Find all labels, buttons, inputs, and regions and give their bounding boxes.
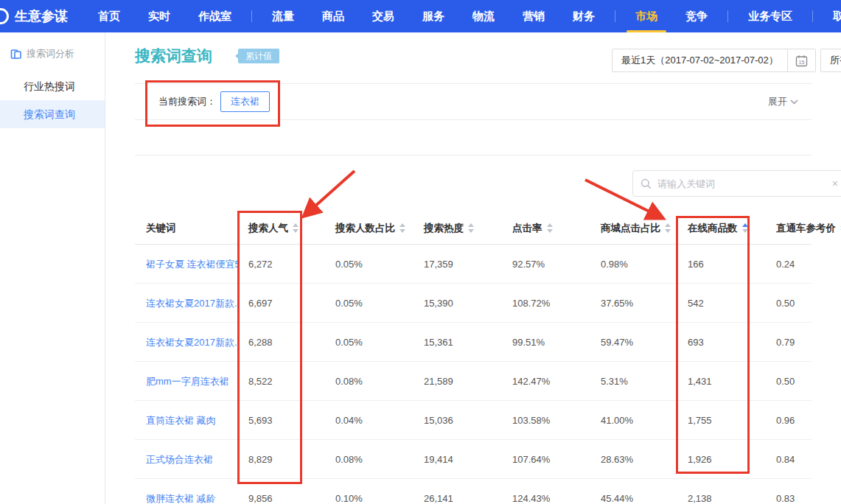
keyword-link[interactable]: 裙子女夏 连衣裙便宜5... — [135, 245, 237, 283]
col-header-keyword: 关键词 — [135, 211, 237, 245]
col-header-search-popularity[interactable]: 搜索人气 — [237, 211, 324, 245]
clear-search-icon[interactable]: × — [832, 178, 838, 189]
table-cell: 2,138 — [677, 479, 765, 504]
table-cell: 28.63% — [590, 440, 677, 478]
nav-item-competition[interactable]: 竞争 — [685, 0, 708, 32]
date-range-picker: 最近1天（2017-07-02~2017-07-02） 15 — [612, 49, 816, 72]
nav-item-trade[interactable]: 交易 — [372, 0, 394, 32]
table-cell: 6,288 — [237, 323, 324, 361]
nav-item-data-fetch[interactable]: 取数 — [833, 0, 841, 32]
sort-icon[interactable] — [399, 223, 405, 233]
table-cell: 21,589 — [413, 362, 501, 400]
cumulative-value-badge: 累计值 — [238, 49, 279, 63]
sidebar-section-search-analysis: 搜索词分析 — [0, 32, 105, 60]
nav-divider — [727, 10, 728, 22]
sidebar: 搜索词分析 行业热搜词 搜索词查询 — [0, 32, 105, 504]
keyword-link[interactable]: 微胖连衣裙 减龄 — [135, 479, 237, 504]
col-header-click-rate[interactable]: 点击率 — [501, 211, 590, 245]
col-header-ztc-reference-price[interactable]: 直通车参考价 — [765, 211, 841, 245]
table-cell: 6,272 — [237, 245, 324, 283]
page-title: 搜索词查询 — [135, 46, 212, 66]
nav-item-finance[interactable]: 财务 — [573, 0, 595, 32]
nav-item-service[interactable]: 服务 — [422, 0, 444, 32]
table-cell: 8,829 — [237, 440, 324, 478]
search-terms-table: 关键词 搜索人气 搜索人数占比 搜索热度 点击率 — [135, 211, 812, 504]
table-cell: 1,926 — [677, 440, 765, 478]
expand-label: 展开 — [768, 95, 787, 108]
nav-divider — [812, 10, 813, 22]
chevron-down-icon — [790, 99, 798, 105]
table-cell: 0.79 — [765, 323, 812, 361]
table-cell: 0.50 — [765, 362, 812, 400]
app-logo: 生意参谋 — [1, 7, 68, 25]
sort-icon[interactable] — [665, 223, 671, 233]
keyword-link[interactable]: 直筒连衣裙 藏肉 — [135, 401, 237, 439]
keyword-link[interactable]: 连衣裙女夏2017新款... — [135, 284, 237, 322]
nav-item-realtime[interactable]: 实时 — [148, 0, 170, 32]
sidebar-item-search-word-query[interactable]: 搜索词查询 — [0, 100, 105, 128]
table-row: 微胖连衣裙 减龄 9,856 0.10% 26,141 124.43% 45.4… — [135, 479, 812, 504]
table-cell: 0.50 — [765, 284, 812, 322]
sort-icon[interactable] — [547, 223, 553, 233]
col-header-mall-click-ratio[interactable]: 商城点击占比 — [590, 211, 677, 245]
nav-divider — [615, 10, 615, 22]
table-cell: 0.05% — [324, 323, 413, 361]
table-cell: 15,036 — [413, 401, 501, 439]
table-cell: 99.51% — [501, 323, 590, 361]
terminal-filter-select[interactable]: 所有终端 — [820, 49, 841, 72]
report-icon — [10, 49, 21, 60]
table-cell: 124.43% — [501, 479, 590, 504]
table-row: 连衣裙女夏2017新款... 6,697 0.05% 15,390 108.72… — [135, 284, 812, 323]
date-range-value[interactable]: 最近1天（2017-07-02~2017-07-02） — [612, 49, 788, 72]
col-header-search-heat[interactable]: 搜索热度 — [413, 211, 501, 245]
keyword-link[interactable]: 连衣裙女夏2017新款... — [135, 323, 237, 361]
sort-icon-active-asc[interactable] — [742, 223, 748, 233]
table-cell: 26,141 — [413, 479, 501, 504]
nav-item-products[interactable]: 商品 — [322, 0, 344, 32]
nav-divider — [251, 10, 252, 22]
table-body: 裙子女夏 连衣裙便宜5... 6,272 0.05% 17,359 92.57%… — [135, 245, 812, 504]
current-search-term-panel: 当前搜索词： 连衣裙 展开 — [135, 83, 812, 120]
table-cell: 107.64% — [501, 440, 590, 478]
table-cell: 6,697 — [237, 284, 324, 322]
nav-item-business-zone[interactable]: 业务专区 — [748, 0, 792, 32]
col-header-online-products[interactable]: 在线商品数 — [677, 211, 765, 245]
table-cell: 542 — [677, 284, 765, 322]
table-cell: 166 — [677, 245, 765, 283]
nav-item-home[interactable]: 首页 — [98, 0, 120, 32]
table-cell: 1,755 — [677, 401, 765, 439]
sidebar-item-industry-hot-words[interactable]: 行业热搜词 — [0, 72, 105, 100]
keyword-search-input[interactable] — [657, 178, 832, 189]
table-cell: 0.05% — [324, 245, 413, 283]
table-row: 连衣裙女夏2017新款... 6,288 0.05% 15,361 99.51%… — [135, 323, 812, 362]
keyword-link[interactable]: 正式场合连衣裙 — [135, 440, 237, 478]
main-content: 搜索词查询 累计值 最近1天（2017-07-02~2017-07-02） 15… — [105, 32, 841, 504]
table-row: 正式场合连衣裙 8,829 0.08% 19,414 107.64% 28.63… — [135, 440, 812, 479]
nav-item-market[interactable]: 市场 — [635, 0, 657, 32]
logo-icon — [0, 8, 9, 24]
nav-item-warroom[interactable]: 作战室 — [198, 0, 231, 32]
table-row: 裙子女夏 连衣裙便宜5... 6,272 0.05% 17,359 92.57%… — [135, 245, 812, 284]
sort-icon[interactable] — [468, 223, 474, 233]
svg-text:15: 15 — [798, 60, 804, 65]
keyword-search-box: × — [632, 170, 841, 197]
table-cell: 9,856 — [237, 479, 324, 504]
keyword-link[interactable]: 肥mm一字肩连衣裙 — [135, 362, 237, 400]
table-cell: 15,361 — [413, 323, 501, 361]
calendar-icon[interactable]: 15 — [788, 49, 816, 72]
table-cell: 0.08% — [324, 440, 413, 478]
nav-menu: 首页 实时 作战室 流量 商品 交易 服务 物流 营销 财务 市场 竞争 业务专… — [84, 0, 841, 32]
nav-item-marketing[interactable]: 营销 — [523, 0, 545, 32]
table-cell: 5.31% — [590, 362, 677, 400]
sort-icon[interactable] — [293, 223, 299, 233]
search-term-tag[interactable]: 连衣裙 — [220, 91, 270, 112]
nav-item-logistics[interactable]: 物流 — [472, 0, 495, 32]
table-cell: 0.83 — [765, 479, 812, 504]
table-cell: 0.98% — [590, 245, 677, 283]
expand-toggle[interactable]: 展开 — [768, 95, 798, 108]
table-cell: 0.96 — [765, 401, 812, 439]
table-cell: 92.57% — [501, 245, 590, 283]
col-header-searcher-ratio[interactable]: 搜索人数占比 — [324, 211, 413, 245]
table-cell: 5,693 — [237, 401, 324, 439]
nav-item-traffic[interactable]: 流量 — [272, 0, 294, 32]
